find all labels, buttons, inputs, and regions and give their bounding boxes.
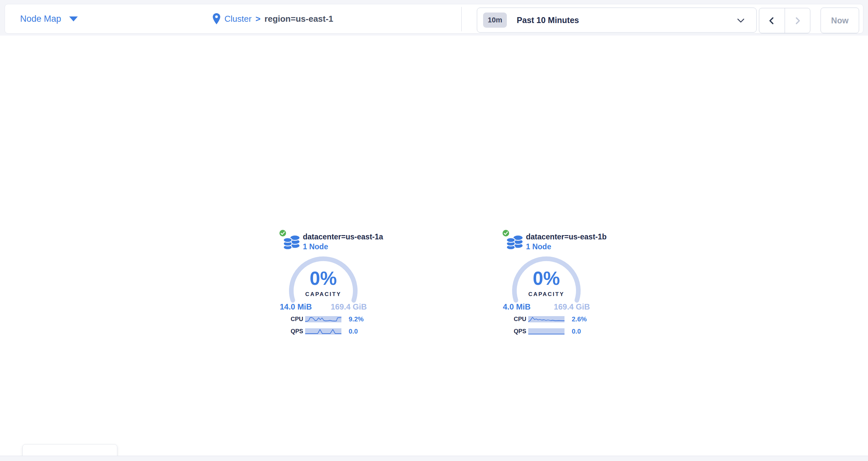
- caret-down-icon: [69, 17, 78, 22]
- qps-sparkline: [528, 328, 564, 335]
- time-window-select[interactable]: 10m Past 10 Minutes: [477, 7, 756, 33]
- qps-metric-row: QPS 0.0: [278, 328, 375, 335]
- breadcrumb: Cluster > region=us-east-1: [213, 4, 333, 33]
- footer-strip: [0, 456, 868, 461]
- breadcrumb-cluster-link[interactable]: Cluster: [224, 14, 251, 24]
- chevron-right-icon: [793, 17, 802, 25]
- cpu-value: 9.2%: [349, 316, 375, 323]
- locality-name: datacenter=us-east-1a: [303, 232, 383, 241]
- locality-card-us-east-1a[interactable]: datacenter=us-east-1a 1 Node 0% CAPACITY…: [278, 229, 377, 338]
- locality-name: datacenter=us-east-1b: [526, 232, 607, 241]
- cpu-sparkline: [305, 316, 341, 322]
- breadcrumb-current-location: region=us-east-1: [265, 14, 334, 24]
- locality-node-count-link[interactable]: 1 Node: [303, 242, 328, 251]
- capacity-label: CAPACITY: [287, 291, 360, 298]
- capacity-used: 4.0 MiB: [503, 302, 531, 311]
- status-healthy-icon: [279, 229, 287, 237]
- locality-card-us-east-1b[interactable]: datacenter=us-east-1b 1 Node 0% CAPACITY…: [501, 229, 600, 338]
- capacity-values: 14.0 MiB 169.4 GiB: [280, 302, 367, 311]
- time-window-label: Past 10 Minutes: [517, 15, 579, 25]
- qps-value: 0.0: [572, 328, 598, 335]
- node-map-canvas: datacenter=us-east-1a 1 Node 0% CAPACITY…: [0, 36, 868, 456]
- cpu-metric-row: CPU 9.2%: [278, 316, 375, 322]
- capacity-values: 4.0 MiB 169.4 GiB: [503, 302, 590, 311]
- cpu-label: CPU: [278, 316, 303, 323]
- cpu-sparkline: [528, 316, 564, 322]
- qps-sparkline: [305, 328, 341, 335]
- capacity-total: 169.4 GiB: [331, 302, 367, 311]
- top-bar: Node Map Cluster > region=us-east-1 10m …: [5, 4, 863, 34]
- cpu-value: 2.6%: [572, 316, 598, 323]
- qps-value: 0.0: [349, 328, 375, 335]
- breadcrumb-separator: >: [255, 14, 260, 24]
- qps-label: QPS: [278, 328, 303, 335]
- status-healthy-icon: [502, 229, 510, 237]
- qps-label: QPS: [501, 328, 526, 335]
- time-nav-group: [759, 8, 810, 33]
- time-window-badge: 10m: [483, 12, 507, 28]
- view-selector-label: Node Map: [20, 14, 61, 24]
- chevron-down-icon: [737, 19, 744, 23]
- location-pin-icon: [213, 13, 220, 24]
- capacity-used: 14.0 MiB: [280, 302, 312, 311]
- capacity-percent: 0%: [510, 267, 583, 289]
- qps-metric-row: QPS 0.0: [501, 328, 598, 335]
- capacity-percent: 0%: [287, 267, 360, 289]
- capacity-label: CAPACITY: [510, 291, 583, 298]
- locality-node-count-link[interactable]: 1 Node: [526, 242, 551, 251]
- topbar-divider: [461, 7, 462, 31]
- time-next-button[interactable]: [785, 8, 810, 33]
- view-selector-dropdown[interactable]: Node Map: [20, 4, 78, 33]
- now-button[interactable]: Now: [820, 7, 859, 33]
- cpu-metric-row: CPU 2.6%: [501, 316, 598, 322]
- capacity-total: 169.4 GiB: [554, 302, 590, 311]
- chevron-left-icon: [768, 17, 776, 25]
- time-prev-button[interactable]: [759, 8, 785, 33]
- cpu-label: CPU: [501, 316, 526, 323]
